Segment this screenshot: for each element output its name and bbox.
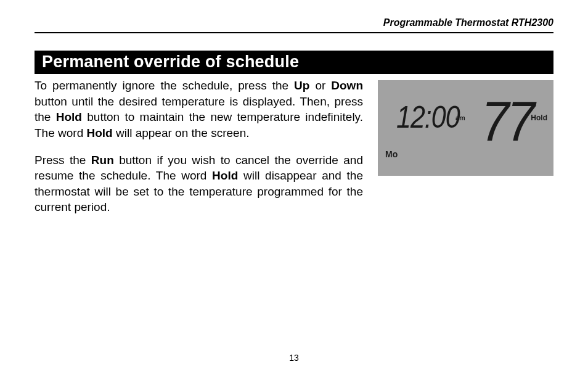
text-run: or: [309, 79, 331, 92]
bold-run: Run: [91, 154, 114, 167]
text-run: will appear on the screen.: [113, 126, 250, 139]
section-title: Permanent override of schedule: [35, 51, 553, 74]
thermostat-display: 12:00 am 77 ° Hold Mo: [378, 80, 553, 176]
display-temperature: 77: [481, 89, 533, 153]
display-ampm: am: [455, 114, 465, 122]
body-text: To permanently ignore the schedule, pres…: [35, 74, 363, 226]
text-run: To permanently ignore the schedule, pres…: [35, 79, 294, 92]
bold-up: Up: [294, 79, 309, 92]
display-degree-icon: °: [532, 102, 535, 111]
bold-down: Down: [331, 79, 363, 92]
paragraph-1: To permanently ignore the schedule, pres…: [35, 78, 363, 141]
bold-hold: Hold: [86, 126, 112, 139]
display-day: Mo: [385, 149, 398, 159]
document-header: Programmable Thermostat RTH2300: [35, 17, 553, 33]
display-time: 12:00: [396, 100, 460, 134]
text-run: Press the: [35, 154, 91, 167]
paragraph-2: Press the Run button if you wish to canc…: [35, 152, 363, 216]
bold-hold: Hold: [212, 169, 238, 182]
bold-hold: Hold: [56, 110, 82, 123]
page-number: 13: [0, 353, 588, 363]
display-hold-status: Hold: [531, 113, 547, 122]
